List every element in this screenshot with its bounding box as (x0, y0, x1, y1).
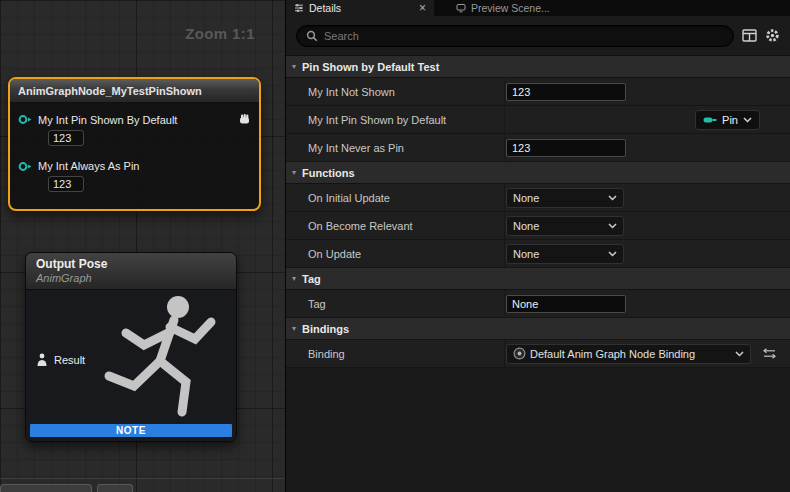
chevron-down-icon: ▾ (292, 62, 296, 71)
section-pin-shown-by-default-test[interactable]: ▾ Pin Shown by Default Test (286, 56, 790, 78)
dropdown-value: None (513, 248, 604, 260)
offscreen-node[interactable] (97, 484, 133, 492)
pin-label: My Int Pin Shown By Default (38, 114, 177, 126)
property-value: Pin (505, 106, 790, 133)
dropdown-value: None (513, 220, 604, 232)
row-on-become-relevant: On Become Relevant None (286, 212, 790, 240)
row-binding: Binding Default Anim Graph Node Binding (286, 340, 790, 368)
unreal-editor-window: Zoom 1:1 AnimGraphNode_MyTestPinShown My… (0, 0, 790, 492)
pin-always-as-pin-value-input[interactable] (48, 176, 84, 192)
binding-value: Default Anim Graph Node Binding (530, 348, 731, 360)
int-pin-icon[interactable] (18, 114, 33, 125)
chevron-down-icon (608, 251, 617, 257)
row-my-int-not-shown: My Int Not Shown (286, 78, 790, 106)
search-bar (286, 16, 790, 56)
property-label: On Initial Update (286, 184, 505, 211)
pin-shown-by-default-value-input[interactable] (48, 130, 84, 146)
row-on-update: On Update None (286, 240, 790, 268)
int-pin-icon[interactable] (18, 161, 33, 172)
result-pin-label: Result (54, 354, 85, 366)
bind-arrows-icon[interactable] (763, 348, 776, 359)
my-int-never-as-pin-input[interactable] (506, 139, 626, 157)
property-label: Binding (286, 340, 505, 367)
dropdown-value: None (513, 192, 604, 204)
node-title-bar[interactable]: Output Pose AnimGraph (26, 253, 236, 290)
settings-gear-icon[interactable] (765, 28, 780, 43)
note-bar[interactable]: NOTE (30, 424, 232, 437)
on-become-relevant-dropdown[interactable]: None (506, 216, 624, 236)
property-value (505, 78, 790, 105)
chevron-down-icon (735, 351, 744, 357)
offscreen-node[interactable] (0, 484, 92, 492)
property-label: On Update (286, 240, 505, 267)
chevron-down-icon: ▾ (292, 274, 296, 283)
property-label: My Int Never as Pin (286, 134, 505, 161)
section-bindings[interactable]: ▾ Bindings (286, 318, 790, 340)
details-icon (294, 3, 304, 13)
section-title: Functions (302, 167, 355, 179)
section-tag[interactable]: ▾ Tag (286, 268, 790, 290)
tab-bar: Details × Preview Scene... (286, 0, 790, 16)
node-title: AnimGraphNode_MyTestPinShown (18, 85, 202, 97)
pin-row: My Int Always As Pin (10, 160, 259, 172)
chevron-down-icon (608, 195, 617, 201)
node-title-bar[interactable]: AnimGraphNode_MyTestPinShown (10, 79, 259, 103)
search-icon (306, 30, 318, 42)
section-title: Tag (302, 273, 321, 285)
preview-scene-icon (456, 3, 466, 13)
property-label: My Int Pin Shown by Default (286, 106, 505, 133)
on-update-dropdown[interactable]: None (506, 244, 624, 264)
my-int-not-shown-input[interactable] (506, 83, 626, 101)
graph-divider-line (0, 478, 285, 479)
property-list: ▾ Pin Shown by Default Test My Int Not S… (286, 56, 790, 368)
chevron-down-icon (608, 223, 617, 229)
binding-icon (513, 347, 526, 360)
tag-input[interactable] (506, 295, 626, 313)
search-field[interactable] (296, 25, 734, 47)
section-title: Bindings (302, 323, 349, 335)
mannequin-figure (82, 289, 232, 437)
search-input[interactable] (324, 30, 724, 42)
tab-label: Preview Scene... (471, 2, 550, 14)
row-my-int-never-as-pin: My Int Never as Pin (286, 134, 790, 162)
tab-label: Details (309, 2, 341, 14)
result-pin[interactable]: Result (36, 353, 85, 367)
pin-label: My Int Always As Pin (38, 160, 139, 172)
tab-preview-scene[interactable]: Preview Scene... (448, 0, 558, 16)
property-value (505, 290, 790, 317)
chevron-down-icon (743, 117, 752, 123)
display-filter-icon[interactable] (742, 29, 757, 42)
details-panel: Details × Preview Scene... (285, 0, 790, 492)
property-label: On Become Relevant (286, 212, 505, 239)
property-value: None (505, 240, 790, 267)
tab-details[interactable]: Details × (286, 0, 434, 16)
animgraph-canvas[interactable]: Zoom 1:1 AnimGraphNode_MyTestPinShown My… (0, 0, 285, 492)
property-value: None (505, 184, 790, 211)
chevron-down-icon: ▾ (292, 324, 296, 333)
pin-button-label: Pin (722, 114, 738, 126)
property-value: None (505, 212, 790, 239)
row-on-initial-update: On Initial Update None (286, 184, 790, 212)
property-label: My Int Not Shown (286, 78, 505, 105)
node-title: Output Pose (36, 257, 226, 271)
on-initial-update-dropdown[interactable]: None (506, 188, 624, 208)
row-my-int-pin-shown-by-default: My Int Pin Shown by Default Pin (286, 106, 790, 134)
chevron-down-icon: ▾ (292, 168, 296, 177)
pin-row: My Int Pin Shown By Default (10, 113, 259, 126)
binding-dropdown[interactable]: Default Anim Graph Node Binding (506, 344, 751, 364)
details-empty-area (286, 368, 790, 492)
property-value: Default Anim Graph Node Binding (505, 340, 790, 367)
section-functions[interactable]: ▾ Functions (286, 162, 790, 184)
row-tag: Tag (286, 290, 790, 318)
hand-icon (238, 113, 251, 126)
node-subtitle: AnimGraph (36, 272, 226, 284)
section-title: Pin Shown by Default Test (302, 61, 439, 73)
property-label: Tag (286, 290, 505, 317)
node-animgraphnode-mytestpinshown[interactable]: AnimGraphNode_MyTestPinShown My Int Pin … (8, 77, 261, 211)
pin-icon (703, 116, 717, 124)
pose-pin-icon (36, 353, 48, 367)
zoom-level-label: Zoom 1:1 (185, 25, 255, 42)
pin-dropdown-button[interactable]: Pin (695, 110, 760, 130)
node-output-pose[interactable]: Output Pose AnimGraph Result N (25, 252, 237, 442)
close-icon[interactable]: × (419, 2, 426, 14)
